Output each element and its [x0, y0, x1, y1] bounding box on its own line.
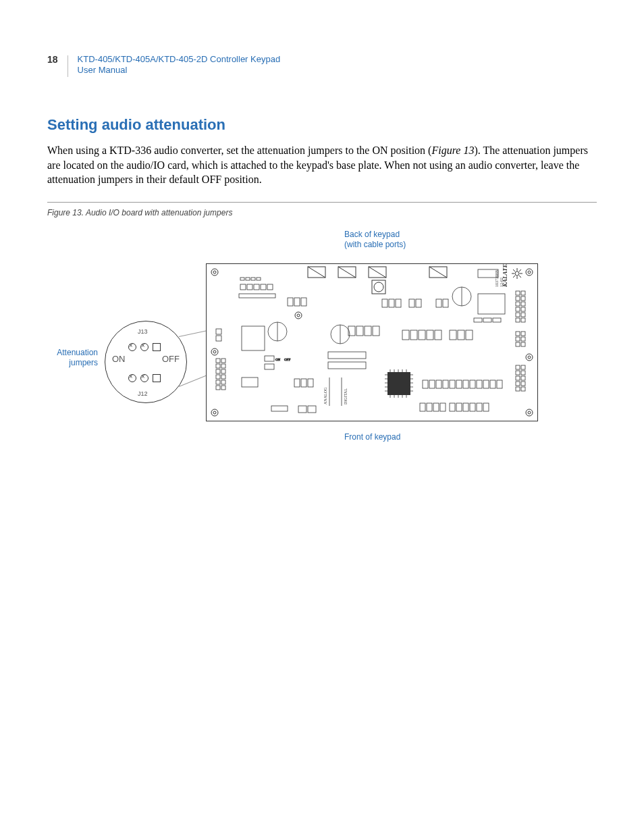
- svg-rect-58: [216, 359, 220, 363]
- svg-line-175: [513, 276, 515, 278]
- svg-rect-158: [470, 380, 475, 388]
- svg-rect-98: [387, 372, 410, 395]
- lens-on-label: ON: [112, 354, 126, 364]
- svg-rect-97: [521, 387, 525, 391]
- svg-rect-142: [427, 403, 432, 411]
- svg-rect-75: [521, 302, 525, 306]
- svg-line-176: [519, 269, 521, 271]
- svg-rect-64: [216, 375, 220, 379]
- svg-rect-73: [521, 296, 525, 301]
- svg-rect-70: [516, 291, 520, 295]
- svg-rect-140: [308, 406, 316, 413]
- svg-rect-34: [288, 298, 293, 306]
- svg-rect-69: [221, 386, 225, 390]
- svg-point-9: [213, 350, 216, 353]
- svg-point-3: [528, 271, 531, 273]
- svg-rect-155: [450, 380, 455, 388]
- svg-rect-87: [521, 342, 525, 346]
- svg-point-4: [211, 409, 218, 416]
- label-back-of-keypad: Back of keypad (with cable ports): [344, 230, 406, 250]
- svg-rect-80: [516, 318, 520, 322]
- svg-rect-38: [389, 299, 394, 307]
- svg-line-174: [519, 276, 521, 278]
- pcb-svg: ON OFF: [207, 264, 537, 421]
- svg-rect-35: [294, 298, 300, 306]
- svg-line-15: [308, 267, 325, 278]
- svg-rect-37: [382, 299, 387, 307]
- svg-point-12: [295, 312, 302, 319]
- svg-rect-57: [216, 336, 221, 341]
- svg-point-168: [515, 271, 519, 276]
- svg-rect-77: [521, 307, 525, 311]
- svg-rect-71: [521, 291, 525, 295]
- rev-label: 12-02: [500, 278, 504, 287]
- svg-rect-166: [483, 318, 491, 322]
- svg-rect-39: [396, 299, 401, 307]
- svg-rect-151: [423, 380, 428, 388]
- svg-rect-146: [456, 403, 462, 411]
- svg-rect-126: [365, 326, 371, 336]
- svg-rect-164: [478, 294, 505, 314]
- svg-rect-121: [294, 379, 300, 387]
- svg-rect-93: [521, 376, 525, 380]
- magnifier-lens: J13 J12 ON OFF: [105, 321, 187, 403]
- page-number: 18: [47, 54, 58, 65]
- part-label: 1037398B: [495, 270, 499, 287]
- svg-rect-91: [521, 371, 525, 375]
- label-back-l2: (with cable ports): [344, 240, 406, 249]
- j12-label: J12: [138, 390, 148, 397]
- body-paragraph: When using a KTD-336 audio converter, se…: [47, 143, 597, 187]
- svg-rect-144: [440, 403, 446, 411]
- analog-label: ANALOG: [323, 387, 327, 405]
- svg-rect-60: [216, 364, 220, 368]
- svg-rect-132: [435, 330, 441, 340]
- svg-line-19: [369, 267, 386, 278]
- svg-rect-43: [443, 299, 448, 307]
- svg-rect-33: [239, 294, 275, 298]
- svg-rect-148: [470, 403, 475, 411]
- svg-rect-135: [466, 330, 473, 340]
- svg-point-2: [526, 269, 533, 276]
- svg-rect-26: [251, 278, 255, 280]
- jumper-pad: [128, 374, 136, 382]
- svg-point-5: [213, 411, 216, 414]
- label-attenuation-jumpers: Attenuation jumpers: [47, 348, 98, 368]
- svg-rect-66: [216, 380, 220, 384]
- svg-rect-51: [265, 364, 274, 369]
- header-divider: [68, 55, 68, 77]
- svg-rect-157: [463, 380, 468, 388]
- svg-point-1: [213, 271, 216, 273]
- svg-rect-94: [516, 382, 520, 386]
- atten-l1: Attenuation: [57, 348, 98, 357]
- svg-rect-76: [516, 307, 520, 311]
- svg-rect-42: [436, 299, 441, 307]
- svg-rect-62: [216, 369, 220, 373]
- svg-rect-68: [216, 386, 220, 390]
- svg-rect-85: [521, 337, 525, 341]
- svg-rect-152: [429, 380, 435, 388]
- svg-rect-83: [521, 332, 525, 336]
- svg-rect-143: [433, 403, 439, 411]
- svg-rect-125: [356, 326, 363, 336]
- svg-rect-123: [308, 379, 313, 387]
- svg-point-8: [211, 348, 218, 355]
- svg-point-10: [526, 354, 533, 361]
- jumper-j12-row: [128, 371, 161, 385]
- jumper-pad-square: [153, 343, 161, 351]
- svg-rect-120: [328, 362, 366, 369]
- svg-rect-82: [516, 332, 520, 336]
- svg-rect-119: [328, 352, 366, 359]
- svg-rect-88: [516, 365, 520, 369]
- svg-rect-92: [516, 376, 520, 380]
- svg-rect-25: [246, 278, 250, 280]
- jumper-pad-square: [153, 374, 161, 382]
- svg-rect-149: [477, 403, 482, 411]
- svg-point-0: [211, 269, 218, 276]
- svg-rect-162: [497, 380, 502, 388]
- svg-text:OFF: OFF: [284, 358, 290, 361]
- section-heading: Setting audio attenuation: [47, 116, 597, 134]
- svg-rect-84: [516, 337, 520, 341]
- header-line2: User Manual: [78, 65, 128, 75]
- svg-point-13: [297, 314, 300, 317]
- svg-rect-138: [271, 406, 288, 411]
